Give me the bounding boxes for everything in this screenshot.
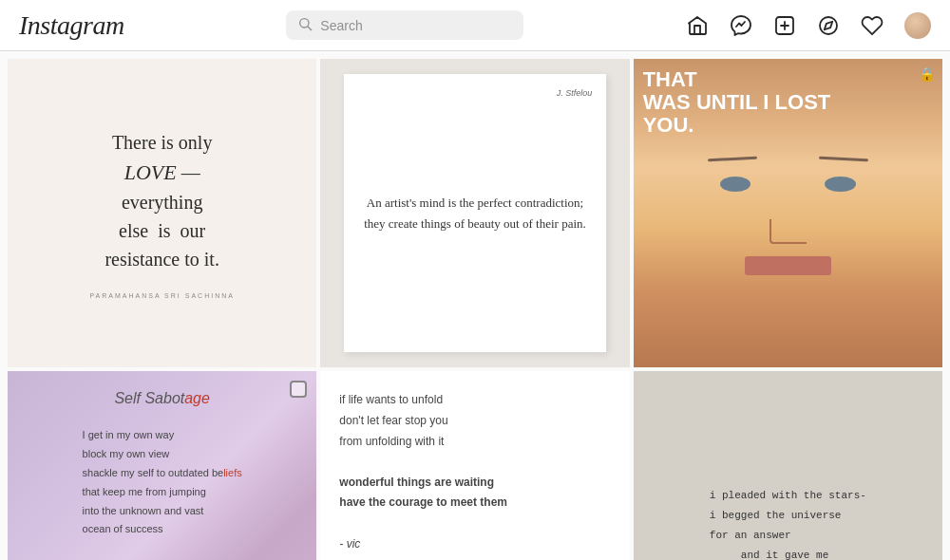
lock-icon: 🔒 <box>919 66 935 82</box>
nav-icons <box>686 12 931 39</box>
post-4-title: Self Sabotage <box>114 390 210 407</box>
post-3[interactable]: THATWAS UNTIL I LOSTYOU. 🔒 <box>634 59 942 367</box>
post-5-text-area: if life wants to unfold don't let fear s… <box>320 371 629 560</box>
post-2-text: An artist's mind is the perfect contradi… <box>344 174 607 253</box>
post-4-checkbox <box>290 381 307 398</box>
post-2-author-tag: J. Stfelou <box>557 88 593 98</box>
post-1[interactable]: There is only LOVE — everything else is … <box>8 59 316 367</box>
header: Instagram <box>0 0 950 51</box>
post-1-main-text: There is only LOVE — everything else is … <box>89 128 235 273</box>
profile-avatar[interactable] <box>904 12 931 39</box>
post-6-content: i pleaded with the stars- i begged the u… <box>691 467 885 560</box>
post-5[interactable]: if life wants to unfold don't let fear s… <box>320 371 629 560</box>
explore-icon[interactable] <box>817 14 840 37</box>
post-2[interactable]: J. Stfelou An artist's mind is the perfe… <box>320 59 629 367</box>
search-input[interactable] <box>320 18 512 33</box>
svg-point-5 <box>820 17 837 34</box>
post-2-book: J. Stfelou An artist's mind is the perfe… <box>344 74 607 352</box>
post-1-content: There is only LOVE — everything else is … <box>70 109 254 318</box>
post-3-overlay-text: THATWAS UNTIL I LOSTYOU. <box>643 68 831 138</box>
posts-grid: There is only LOVE — everything else is … <box>0 51 950 560</box>
messenger-icon[interactable] <box>730 14 752 37</box>
svg-marker-6 <box>825 21 832 28</box>
heart-icon[interactable] <box>861 14 884 37</box>
grid-container: There is only LOVE — everything else is … <box>8 59 942 560</box>
post-5-poem: if life wants to unfold don't let fear s… <box>339 390 610 554</box>
post-6-poem: i pleaded with the stars- i begged the u… <box>710 486 866 560</box>
post-1-author: PARAMAHANSA SRI SACHINNA <box>89 292 235 299</box>
instagram-logo: Instagram <box>19 10 124 41</box>
post-4-text: I get in my own way block my own view sh… <box>83 426 242 539</box>
search-bar[interactable] <box>286 10 523 40</box>
post-4[interactable]: Self Sabotage I get in my own way block … <box>8 371 316 560</box>
home-icon[interactable] <box>686 14 709 37</box>
add-icon[interactable] <box>773 14 796 37</box>
svg-line-1 <box>308 27 312 30</box>
search-icon <box>297 16 313 34</box>
post-6[interactable]: i pleaded with the stars- i begged the u… <box>634 371 942 560</box>
